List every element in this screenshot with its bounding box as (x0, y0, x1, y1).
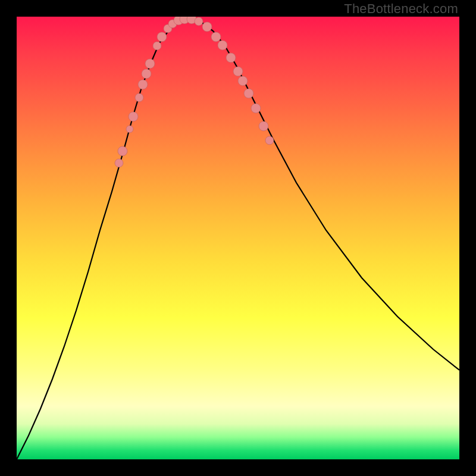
data-dot (259, 121, 268, 131)
data-dot (138, 80, 148, 89)
data-dot (251, 104, 261, 113)
data-dot (153, 42, 161, 50)
data-dot (226, 53, 236, 62)
data-dot (233, 67, 243, 76)
data-dot (135, 93, 143, 102)
data-dot (211, 32, 221, 42)
data-dot (195, 17, 203, 26)
data-dot (118, 146, 127, 156)
plot-area (17, 17, 459, 459)
data-dot (238, 76, 248, 86)
bottleneck-curve (17, 19, 459, 459)
data-dot (126, 126, 133, 133)
data-dot (202, 22, 212, 32)
data-dot (145, 59, 155, 68)
data-dots (115, 17, 274, 167)
data-dot (265, 136, 274, 145)
data-dot (218, 40, 227, 50)
data-dot (115, 159, 123, 167)
data-dot (244, 89, 253, 98)
data-dot (142, 69, 151, 79)
chart-frame: TheBottleneck.com (0, 0, 476, 476)
watermark-text: TheBottleneck.com (344, 1, 458, 17)
chart-svg (17, 17, 459, 459)
data-dot (157, 32, 167, 42)
data-dot (129, 112, 138, 121)
